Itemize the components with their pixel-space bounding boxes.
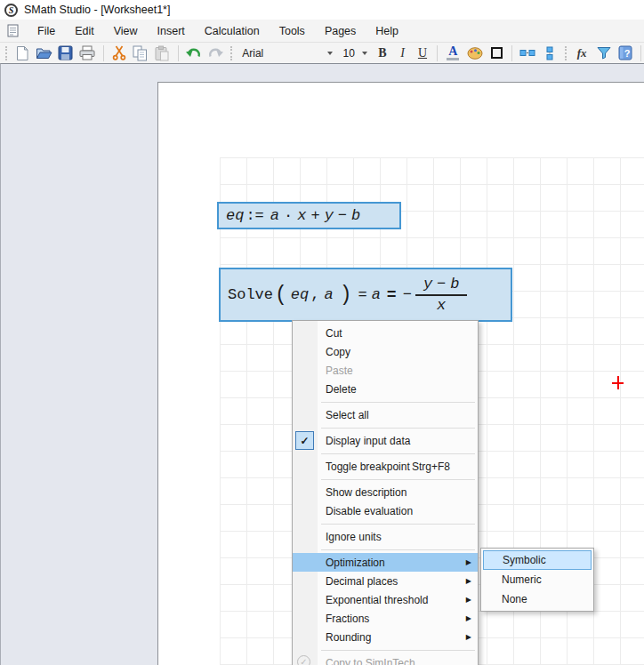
bold-button[interactable]: B xyxy=(374,46,391,60)
math-rparen: ) xyxy=(340,284,352,307)
toolbar-separator xyxy=(178,45,179,61)
menu-tools[interactable]: Tools xyxy=(270,22,315,40)
font-size-select[interactable]: 10 xyxy=(340,44,371,62)
menu-pages[interactable]: Pages xyxy=(315,22,366,40)
cut-icon[interactable] xyxy=(109,44,127,62)
align-horizontal-icon[interactable] xyxy=(519,44,536,62)
menu-item-delete[interactable]: Delete xyxy=(293,380,478,398)
toolbar-grip xyxy=(565,46,567,60)
toolbar-separator xyxy=(511,45,512,61)
expression-eq-definition[interactable]: eq:=a·x+y−b xyxy=(217,202,401,229)
submenu-arrow-icon: ▶ xyxy=(466,577,471,585)
menu-separator xyxy=(293,546,478,553)
menu-item-optimization[interactable]: Optimization ▶ xyxy=(293,553,478,572)
math-fraction: y−bx xyxy=(415,276,468,314)
submenu-arrow-icon: ▶ xyxy=(466,633,471,641)
underline-button[interactable]: U xyxy=(415,46,431,60)
math-var: y xyxy=(325,207,334,224)
toolbar-separator xyxy=(437,45,438,61)
math-var: a xyxy=(324,286,333,303)
toolbar-separator xyxy=(640,45,641,61)
open-icon[interactable] xyxy=(35,44,52,62)
menu-file[interactable]: File xyxy=(28,22,65,40)
submenu-arrow-icon: ▶ xyxy=(466,558,471,566)
math-var: y xyxy=(423,276,432,292)
copy-icon[interactable] xyxy=(132,44,149,62)
document-icon xyxy=(7,24,19,37)
math-var: b xyxy=(450,276,459,292)
menu-item-paste: Paste xyxy=(293,361,478,380)
menu-separator xyxy=(293,450,478,457)
menu-item-rounding[interactable]: Rounding ▶ xyxy=(293,628,478,646)
menu-view[interactable]: View xyxy=(104,22,148,40)
submenu-item-none[interactable]: None xyxy=(483,589,592,609)
menu-item-ignore-units[interactable]: Ignore units xyxy=(293,527,478,546)
font-family-select[interactable]: Arial xyxy=(238,44,335,62)
math-lparen: ( xyxy=(275,284,287,307)
redo-icon xyxy=(206,44,224,62)
math-var: a xyxy=(270,207,279,224)
chevron-down-icon[interactable] xyxy=(362,52,367,55)
math-var: eq xyxy=(291,286,309,303)
app-window: S SMath Studio - [Worksheet1*] File Edit… xyxy=(0,0,644,665)
optimization-submenu: Symbolic Numeric None xyxy=(480,548,594,612)
menu-separator xyxy=(293,646,478,653)
menu-item-cut[interactable]: Cut xyxy=(293,324,478,342)
new-icon[interactable] xyxy=(13,44,31,62)
function-icon[interactable]: fx xyxy=(573,44,591,62)
math-var: eq xyxy=(226,207,244,224)
math-var: x xyxy=(437,296,446,315)
menu-shortcut: Strg+F8 xyxy=(412,461,450,473)
border-icon[interactable] xyxy=(487,44,505,62)
menu-insert[interactable]: Insert xyxy=(148,22,195,40)
align-vertical-icon[interactable] xyxy=(541,44,559,62)
toolbar: Arial 10 B I U A fx ? xyxy=(0,42,644,63)
submenu-arrow-icon: ▶ xyxy=(466,596,471,604)
menu-separator xyxy=(293,476,478,483)
menu-help[interactable]: Help xyxy=(366,22,408,40)
menu-item-display-input-data[interactable]: ✓ Display input data xyxy=(293,431,478,450)
save-icon[interactable] xyxy=(57,44,75,62)
font-color-icon[interactable]: A xyxy=(444,44,462,62)
math-assign-operator: := xyxy=(246,207,263,224)
menu-item-disable-evaluation[interactable]: Disable evaluation xyxy=(293,501,478,520)
undo-icon[interactable] xyxy=(184,44,202,62)
submenu-item-symbolic[interactable]: Symbolic xyxy=(483,550,592,570)
menu-calculation[interactable]: Calculation xyxy=(195,22,270,40)
menu-item-copy[interactable]: Copy xyxy=(293,342,478,361)
submenu-item-numeric[interactable]: Numeric xyxy=(483,570,592,589)
toolbar-grip xyxy=(230,46,232,60)
menu-separator xyxy=(293,520,478,527)
toolbar-separator xyxy=(103,45,104,61)
help-icon[interactable]: ? xyxy=(616,44,634,62)
menu-edit[interactable]: Edit xyxy=(65,22,104,40)
menu-item-copy-to-simintech: ✓ Copy to SimInTech xyxy=(293,653,478,665)
menu-item-select-all[interactable]: Select all xyxy=(293,405,478,424)
menu-separator xyxy=(293,424,478,431)
menu-separator xyxy=(293,398,478,405)
smath-logo-icon: S xyxy=(4,4,18,17)
font-family-value: Arial xyxy=(238,47,323,60)
crosshair-cursor[interactable] xyxy=(612,376,624,389)
filter-icon[interactable] xyxy=(594,44,612,62)
print-icon[interactable] xyxy=(78,44,96,62)
copy-to-simintech-icon: ✓ xyxy=(297,655,310,665)
toolbar-grip xyxy=(5,46,7,60)
chevron-down-icon[interactable] xyxy=(327,52,333,55)
italic-button[interactable]: I xyxy=(394,46,411,60)
checked-checkbox[interactable]: ✓ xyxy=(295,431,314,450)
menu-bar: File Edit View Insert Calculation Tools … xyxy=(0,20,644,42)
math-plus: + xyxy=(310,207,319,224)
check-icon: ✓ xyxy=(300,435,309,447)
expression-solve[interactable]: Solve(eq,a)=a=−y−bx xyxy=(219,268,512,322)
menu-item-decimal-places[interactable]: Decimal places ▶ xyxy=(293,572,478,590)
math-function-name: Solve xyxy=(228,286,273,303)
menu-item-exponential-threshold[interactable]: Exponential threshold ▶ xyxy=(293,590,478,609)
math-comma: , xyxy=(310,286,319,303)
menu-item-show-description[interactable]: Show description xyxy=(293,483,478,501)
math-var: x xyxy=(297,207,306,224)
title-bar: S SMath Studio - [Worksheet1*] xyxy=(0,0,644,20)
background-color-icon[interactable] xyxy=(466,44,484,62)
menu-item-fractions[interactable]: Fractions ▶ xyxy=(293,609,478,628)
menu-item-toggle-breakpoint[interactable]: Toggle breakpoint Strg+F8 xyxy=(293,457,478,476)
